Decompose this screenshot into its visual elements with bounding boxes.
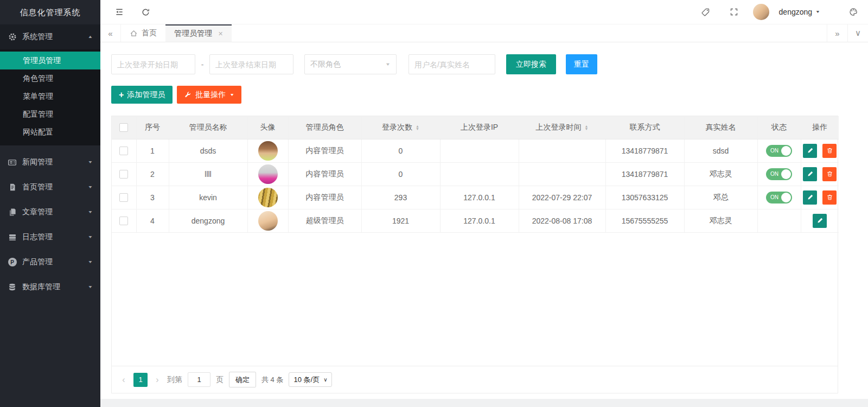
tabbar: « 首页 管理员管理 ✕ » ∨ xyxy=(100,24,868,42)
chevron-down-icon: ▼ xyxy=(385,62,391,66)
tab-label: 首页 xyxy=(142,28,157,38)
row-checkbox[interactable] xyxy=(119,170,128,179)
status-toggle[interactable]: ON xyxy=(766,145,792,157)
cell-contact: 13057633125 xyxy=(605,186,684,209)
tab-admin-manage[interactable]: 管理员管理 ✕ xyxy=(165,24,232,42)
batch-actions-label: 批量操作 xyxy=(195,90,226,100)
cell-index: 4 xyxy=(136,209,169,232)
date-range-separator: - xyxy=(195,60,209,69)
sidebar-item-homepage[interactable]: 首页管理 ▼ xyxy=(0,175,100,200)
table-empty-space xyxy=(112,233,838,366)
chevron-down-icon: ▼ xyxy=(88,285,93,289)
sidebar-item-site-config[interactable]: 网站配置 xyxy=(0,123,100,141)
prev-page-button[interactable]: ‹ xyxy=(119,375,128,385)
page-unit-label: 页 xyxy=(216,375,224,385)
row-checkbox[interactable] xyxy=(119,193,128,202)
cell-name: dsds xyxy=(169,139,247,162)
sidebar-item-label: 新闻管理 xyxy=(22,157,88,167)
user-menu[interactable]: dengzong ▼ xyxy=(779,8,820,16)
edit-button[interactable] xyxy=(803,167,817,181)
sidebar-item-system[interactable]: 系统管理 ▲ xyxy=(0,24,100,49)
col-last-time[interactable]: 上次登录时间▲▼ xyxy=(519,116,605,139)
collapse-sidebar-icon[interactable] xyxy=(110,3,129,21)
trash-icon xyxy=(826,170,833,177)
newspaper-icon xyxy=(8,158,17,167)
page-size-select[interactable]: 10 条/页 ∨ xyxy=(289,372,332,387)
copy-icon xyxy=(8,208,17,217)
username-label: dengzong xyxy=(779,8,813,16)
sidebar-item-config-manage[interactable]: 配置管理 xyxy=(0,105,100,123)
delete-button[interactable] xyxy=(822,144,837,158)
sidebar-item-admin-manage[interactable]: 管理员管理 xyxy=(0,52,100,69)
edit-button[interactable] xyxy=(813,214,827,228)
admin-avatar xyxy=(258,164,278,184)
product-p-icon: P xyxy=(8,258,17,267)
delete-button[interactable] xyxy=(822,190,837,205)
cell-name: dengzong xyxy=(169,209,247,232)
cell-last-ip xyxy=(440,162,519,186)
table-row: 2 llll 内容管理员 0 13418779871 邓志灵 ON xyxy=(112,162,839,186)
delete-button[interactable] xyxy=(822,167,837,181)
status-toggle[interactable]: ON xyxy=(766,168,792,180)
sort-icon: ▲▼ xyxy=(416,125,419,130)
batch-actions-button[interactable]: 批量操作 ▼ xyxy=(177,86,241,104)
sidebar-item-news[interactable]: 新闻管理 ▼ xyxy=(0,150,100,175)
trash-icon xyxy=(826,194,833,201)
goto-label: 到第 xyxy=(167,375,182,385)
reset-button[interactable]: 重置 xyxy=(566,54,597,74)
tabs-scroll-left[interactable]: « xyxy=(100,24,121,42)
tag-icon[interactable] xyxy=(697,3,715,21)
col-logins[interactable]: 登录次数▲▼ xyxy=(361,116,440,139)
total-count-label: 共 4 条 xyxy=(261,375,283,385)
theme-palette-icon[interactable] xyxy=(844,3,863,21)
cell-logins: 1921 xyxy=(361,209,440,232)
wrench-icon xyxy=(184,91,192,99)
goto-page-input[interactable] xyxy=(188,372,210,387)
chevron-down-icon: ∨ xyxy=(323,377,327,383)
role-select-value: 不限角色 xyxy=(310,60,341,69)
date-end-input[interactable] xyxy=(209,54,293,74)
table-header-row: 序号 管理员名称 头像 管理员角色 登录次数▲▼ 上次登录IP 上次登录时间▲▼… xyxy=(112,116,839,139)
sidebar-item-articles[interactable]: 文章管理 ▼ xyxy=(0,200,100,225)
select-all-checkbox[interactable] xyxy=(119,123,128,132)
edit-button[interactable] xyxy=(803,190,817,205)
chevron-down-icon: ▼ xyxy=(88,235,93,239)
chevron-up-icon: ▲ xyxy=(88,35,93,39)
tab-home[interactable]: 首页 xyxy=(121,24,165,42)
refresh-icon[interactable] xyxy=(136,3,155,21)
row-checkbox[interactable] xyxy=(119,217,128,225)
tabs-menu-toggle[interactable]: ∨ xyxy=(847,24,868,42)
col-status: 状态 xyxy=(757,116,801,139)
add-admin-button[interactable]: + 添加管理员 xyxy=(111,86,173,104)
sidebar-item-database[interactable]: 数据库管理 ▼ xyxy=(0,275,100,300)
tabs-scroll-right[interactable]: » xyxy=(827,24,847,42)
current-page[interactable]: 1 xyxy=(133,373,148,387)
next-page-button[interactable]: › xyxy=(153,375,162,385)
keyword-input[interactable] xyxy=(409,54,495,74)
cell-last-time xyxy=(519,162,605,186)
sidebar-item-label: 日志管理 xyxy=(22,232,88,242)
date-start-input[interactable] xyxy=(111,54,195,74)
sidebar-item-menu-manage[interactable]: 菜单管理 xyxy=(0,87,100,105)
tabbar-spacer xyxy=(232,24,827,42)
page-size-value: 10 条/页 xyxy=(293,375,320,385)
toolbar: + 添加管理员 批量操作 ▼ xyxy=(111,86,838,104)
user-avatar[interactable] xyxy=(753,4,769,20)
sidebar-item-role-manage[interactable]: 角色管理 xyxy=(0,69,100,87)
pencil-icon xyxy=(807,170,814,177)
search-button[interactable]: 立即搜索 xyxy=(506,54,556,74)
add-admin-label: 添加管理员 xyxy=(127,90,165,100)
row-checkbox[interactable] xyxy=(119,147,128,155)
sidebar-item-products[interactable]: P 产品管理 ▼ xyxy=(0,250,100,275)
trash-icon xyxy=(826,147,833,154)
edit-button[interactable] xyxy=(803,144,817,158)
col-realname: 真实姓名 xyxy=(684,116,757,139)
fullscreen-icon[interactable] xyxy=(725,3,743,21)
status-toggle[interactable]: ON xyxy=(766,192,792,204)
admin-avatar xyxy=(258,141,278,161)
col-last-ip: 上次登录IP xyxy=(440,116,519,139)
sidebar-item-logs[interactable]: 日志管理 ▼ xyxy=(0,225,100,250)
role-select[interactable]: 不限角色 ▼ xyxy=(304,54,397,74)
goto-confirm-button[interactable]: 确定 xyxy=(229,372,256,387)
close-icon[interactable]: ✕ xyxy=(218,30,223,37)
